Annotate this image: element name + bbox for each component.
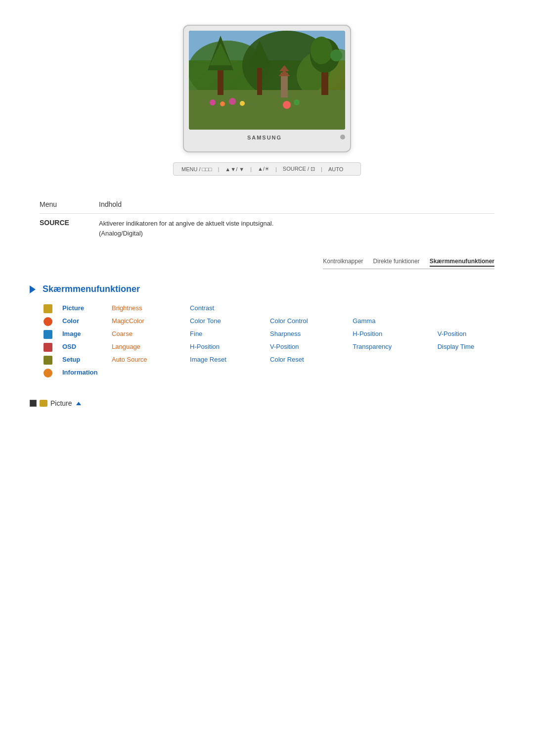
ctrl-source: SOURCE / ⊡ <box>283 166 315 172</box>
image-sharpness: Sharpness <box>266 328 349 341</box>
section-heading: Skærmmenufunktioner <box>30 284 504 294</box>
svg-rect-4 <box>189 90 345 130</box>
image-label-cell: Image <box>58 328 108 341</box>
picture-empty3 <box>434 302 514 315</box>
svg-point-15 <box>229 98 236 105</box>
menu-row-setup: Setup Auto Source Image Reset Color Rese… <box>40 354 514 367</box>
color-label[interactable]: Color <box>62 317 79 325</box>
monitor-screen <box>189 31 345 130</box>
language-link[interactable]: Language <box>112 343 140 350</box>
nav-square-icon <box>30 400 37 407</box>
menu-row-picture: Picture Brightness Contrast <box>40 302 514 315</box>
image-label[interactable]: Image <box>62 330 81 337</box>
power-indicator <box>340 135 345 140</box>
source-label: SOURCE <box>40 219 99 227</box>
screen-menu-section: Skærmmenufunktioner Picture Brightness <box>0 274 534 389</box>
svg-point-14 <box>220 101 225 106</box>
osd-hposition: H-Position <box>186 341 266 354</box>
section-arrow-icon <box>30 285 36 293</box>
image-icon-cell <box>40 328 58 341</box>
sharpness-link[interactable]: Sharpness <box>270 330 301 337</box>
color-control: Color Control <box>266 315 349 328</box>
color-empty <box>434 315 514 328</box>
image-vposition-link[interactable]: V-Position <box>438 330 467 337</box>
info-empty5 <box>434 367 514 379</box>
brightness-link[interactable]: Brightness <box>112 304 142 312</box>
image-icon <box>44 330 52 339</box>
tab-kontrolknapper[interactable]: Kontrolknapper <box>323 258 363 267</box>
osd-vposition-link[interactable]: V-Position <box>270 343 299 350</box>
table-row-source: SOURCE Aktiverer indikatoren for at angi… <box>40 219 494 238</box>
info-empty4 <box>349 367 434 379</box>
menu-row-information: Information <box>40 367 514 379</box>
osd-hposition-link[interactable]: H-Position <box>190 343 220 350</box>
control-bar: MENU / □□□ | ▲▼/ ▼ | ▲/☀ | SOURCE / ⊡ | … <box>173 162 361 176</box>
image-hposition-link[interactable]: H-Position <box>353 330 382 337</box>
image-fine: Fine <box>186 328 266 341</box>
ctrl-separator-1: | <box>218 166 220 172</box>
picture-contrast: Contrast <box>186 302 266 315</box>
info-empty2 <box>186 367 266 379</box>
osd-label[interactable]: OSD <box>62 343 76 350</box>
color-icon <box>44 317 52 326</box>
osd-vposition: V-Position <box>266 341 349 354</box>
tab-direkte[interactable]: Direkte funktioner <box>373 258 420 267</box>
colortone-link[interactable]: Color Tone <box>190 317 221 325</box>
displaytime-link[interactable]: Display Time <box>438 343 474 350</box>
ctrl-auto: AUTO <box>328 166 343 172</box>
menu-row-color: Color MagicColor Color Tone Color Contro… <box>40 315 514 328</box>
picture-empty2 <box>349 302 434 315</box>
info-label-cell: Information <box>58 367 108 379</box>
image-vposition: V-Position <box>434 328 514 341</box>
info-empty1 <box>108 367 186 379</box>
picture-icon-sm <box>40 400 47 407</box>
table-divider <box>40 213 494 214</box>
control-bar-wrapper: MENU / □□□ | ▲▼/ ▼ | ▲/☀ | SOURCE / ⊡ | … <box>173 162 361 176</box>
image-hposition: H-Position <box>349 328 434 341</box>
autosource-link[interactable]: Auto Source <box>112 356 147 363</box>
monitor-brand: SAMSUNG <box>247 135 282 141</box>
ctrl-brightness: ▲/☀ <box>258 166 269 172</box>
svg-point-21 <box>311 37 332 64</box>
colorcontrol-link[interactable]: Color Control <box>270 317 308 325</box>
gamma-link[interactable]: Gamma <box>353 317 375 325</box>
ctrl-separator-2: | <box>250 166 252 172</box>
setup-label[interactable]: Setup <box>62 356 80 363</box>
colorreset-link[interactable]: Color Reset <box>270 356 304 363</box>
fine-link[interactable]: Fine <box>190 330 202 337</box>
setup-label-cell: Setup <box>58 354 108 367</box>
up-arrow-icon <box>76 402 81 405</box>
menu-grid: Picture Brightness Contrast <box>40 302 514 379</box>
section-heading-text: Skærmmenufunktioner <box>43 284 140 294</box>
color-tone: Color Tone <box>186 315 266 328</box>
magiccolor-link[interactable]: MagicColor <box>112 317 144 325</box>
page-container: SAMSUNG MENU / □□□ | ▲▼/ ▼ | ▲/☀ | SOURC… <box>0 0 534 427</box>
image-coarse: Coarse <box>108 328 186 341</box>
svg-point-13 <box>210 99 216 105</box>
ctrl-separator-3: | <box>275 166 277 172</box>
bottom-picture-label: Picture <box>50 399 72 407</box>
transparency-link[interactable]: Transparency <box>353 343 392 350</box>
info-empty3 <box>266 367 349 379</box>
setup-icon-cell <box>40 354 58 367</box>
source-desc: Aktiverer indikatoren for at angive de a… <box>99 219 494 238</box>
picture-label-cell: Picture <box>58 302 108 315</box>
svg-point-18 <box>294 99 300 105</box>
setup-icon <box>44 356 52 365</box>
table-header: Menu Indhold <box>40 200 494 208</box>
contrast-link[interactable]: Contrast <box>190 304 214 312</box>
menu-row-osd: OSD Language H-Position V-Position Trans… <box>40 341 514 354</box>
coarse-link[interactable]: Coarse <box>112 330 133 337</box>
setup-empty1 <box>349 354 434 367</box>
picture-label[interactable]: Picture <box>62 304 84 312</box>
monitor-frame: SAMSUNG <box>183 25 351 152</box>
color-magiccolor: MagicColor <box>108 315 186 328</box>
svg-point-17 <box>283 101 291 109</box>
table-section: Menu Indhold SOURCE Aktiverer indikatore… <box>0 186 534 248</box>
osd-displaytime: Display Time <box>434 341 514 354</box>
information-label[interactable]: Information <box>62 369 98 376</box>
tab-skaerm[interactable]: Skærmmenufunktioner <box>430 258 494 267</box>
osd-icon <box>44 343 52 352</box>
imagereset-link[interactable]: Image Reset <box>190 356 226 363</box>
picture-icon-cell <box>40 302 58 315</box>
